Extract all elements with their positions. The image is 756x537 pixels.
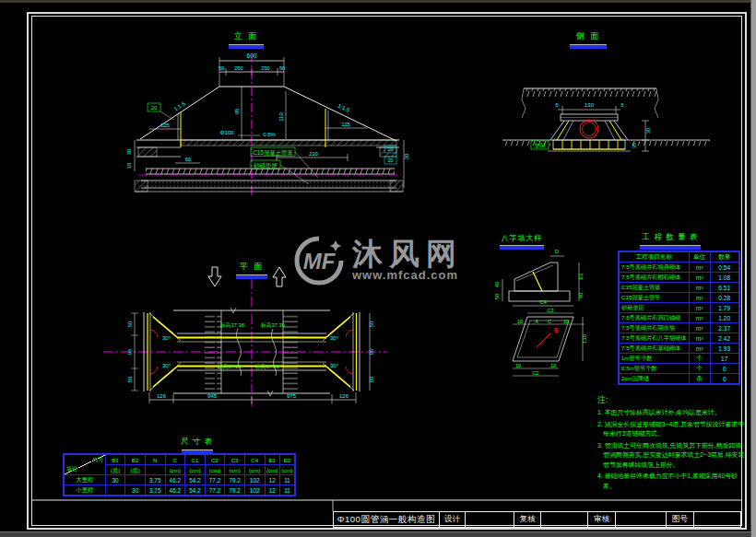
flow-arrow-up-icon xyxy=(273,267,286,286)
dim-sub: 50 xyxy=(219,65,224,71)
skew-angle: 30° xyxy=(330,363,339,368)
watermark: MF 沐风网 www.mfcad.com xyxy=(293,232,487,289)
mfcad-logo-icon: MF xyxy=(293,235,345,286)
wingwall-title-group: 八字墙大样 xyxy=(500,233,544,250)
review-label: 审核 xyxy=(587,512,615,527)
detail-dim: E1 xyxy=(578,273,584,280)
grade-label: 0.5% xyxy=(263,132,276,137)
stake-label: 标高37.39 xyxy=(260,322,285,329)
watermark-site-url: www.mfcad.com xyxy=(352,268,463,282)
dim: 210 xyxy=(309,151,318,157)
elevation-title-group: 立 面 xyxy=(229,30,264,49)
slope-label: 1:1.5 xyxy=(337,103,351,114)
note-item: 1. 本图尺寸除标高以米计外,余均以厘米计。 xyxy=(603,408,747,418)
detail-dim: 10 xyxy=(517,319,523,324)
dim-box: 20 xyxy=(387,158,393,163)
dim: 30 xyxy=(404,154,409,159)
qty-table-title: 工 程 数 量 表 xyxy=(640,232,701,243)
detail-dim: 50 xyxy=(494,293,500,299)
notes-block: 注: 1. 本图尺寸除标高以米计外,余均以厘米计。 2. 涵洞全长按波形铺砌3~… xyxy=(597,394,747,493)
dim-title-group: 尺 寸 表 xyxy=(181,437,213,454)
dim: 945 xyxy=(207,393,218,399)
wingwall-title: 八字墙大样 xyxy=(500,233,544,243)
detail-dim: C xyxy=(548,319,551,324)
dim-sub: 250 xyxy=(261,65,269,71)
dim-height: 95 xyxy=(234,108,240,114)
cap-label: 20 xyxy=(151,105,157,111)
elevation-title-underline xyxy=(229,44,264,49)
recheck-label: 复核 xyxy=(514,512,540,527)
detail-dim: 10 xyxy=(515,363,521,368)
recheck-value-cell xyxy=(540,512,587,527)
detail-dim: C2 xyxy=(532,370,538,376)
drawing-no-label: 图号 xyxy=(666,512,693,527)
detail-dim: 130 xyxy=(582,333,587,344)
dim: 30 xyxy=(126,149,132,155)
drawing-no-value-cell xyxy=(693,512,740,527)
cad-drawing-canvas: 600 50 250 250 50 1:1.5 1:1.5 95 110 xyxy=(0,0,756,537)
stake-label: 标高37.29 xyxy=(254,364,279,370)
callout-cushion: 砂砾垫层 xyxy=(254,162,278,169)
elevation-title: 立 面 xyxy=(229,30,264,42)
dim: 50 xyxy=(127,377,133,382)
dim: 50 xyxy=(127,321,133,327)
side-view: 130 5 5 xyxy=(502,88,710,151)
dim: 50 xyxy=(369,377,374,382)
qty-title-group: 工 程 数 量 表 xyxy=(640,232,701,250)
dim-title-underline xyxy=(182,449,213,454)
drawing-title: Φ100圆管涵一般构造图 xyxy=(334,512,439,527)
dim: 30 xyxy=(645,128,651,134)
side-title: 侧 面 xyxy=(570,30,607,42)
note-item: 3. 管顶填土可分两次填筑,先填筑其下部分,然后回填管涵两侧夯实,密实度达到要求… xyxy=(603,441,747,471)
dim: 975 xyxy=(287,393,297,399)
title-block: Φ100圆管涵一般构造图 设计 复核 审核 图号 xyxy=(333,511,741,528)
dim: 10 xyxy=(126,163,132,169)
note-item: 4. 基础地基容许承载力应不小于1,浆砌采用40号砂浆。 xyxy=(603,472,747,491)
logo-text: MF xyxy=(303,249,337,274)
flow-arrow-down-icon xyxy=(208,267,221,286)
plan-title-underline xyxy=(236,274,267,279)
dim: 96 xyxy=(127,349,133,355)
detail-dim: 40 xyxy=(578,292,584,298)
dim-sub: 50 xyxy=(279,65,285,71)
pipe-diameter-label: Φ100 xyxy=(220,130,234,135)
dim: 50 xyxy=(369,321,374,327)
note-item: 2. 涵洞全长按波形铺砌3~4道,其余管节按设计要求中每米行3道铺砌方式。 xyxy=(603,420,747,439)
dim: 96 xyxy=(369,349,374,355)
dim: 35 xyxy=(632,143,637,148)
dim: 125 xyxy=(341,122,350,127)
dim: 125 xyxy=(160,123,170,128)
qty-title-underline xyxy=(640,245,701,250)
detail-dim: D xyxy=(555,249,560,254)
dim: 126 xyxy=(157,393,167,399)
side-title-underline xyxy=(570,44,607,49)
detail-dim: 40 xyxy=(494,281,500,287)
design-value-cell xyxy=(465,512,514,527)
detail-dim-red: B xyxy=(554,327,558,333)
skew-angle: 30° xyxy=(162,335,171,341)
plan-title: 平 面 xyxy=(236,261,267,273)
dim-table-title: 尺 寸 表 xyxy=(181,437,213,448)
elevation-view: 600 50 250 250 50 1:1.5 1:1.5 95 110 xyxy=(126,53,409,198)
plan-title-group: 平 面 xyxy=(236,261,267,279)
detail-dim: C3 xyxy=(547,308,553,313)
design-label: 设计 xyxy=(439,512,465,527)
side-title-group: 侧 面 xyxy=(570,30,607,49)
dim-box: 20 xyxy=(387,146,393,152)
detail-dim: 10 xyxy=(550,363,556,368)
wingwall-detail: D E1 40 40 50 B C4 C3 10 A C 10 130 10 xyxy=(494,249,587,376)
stake-label: 标高37.29 xyxy=(217,364,242,370)
watermark-site-name: 沐风网 xyxy=(352,240,463,268)
detail-dim: A xyxy=(535,319,538,324)
dim-sub: 250 xyxy=(234,65,242,71)
stake-label: 标高37.38 xyxy=(219,322,244,329)
skew-angle: 30° xyxy=(330,335,339,341)
dim: 130 xyxy=(585,102,595,108)
slope-label: 1:1.5 xyxy=(173,100,187,112)
notes-heading: 注: xyxy=(597,394,747,406)
dim-height: 110 xyxy=(278,112,284,122)
callout-cushion: 垫层 xyxy=(535,143,546,148)
detail-dim: C4 xyxy=(539,299,547,305)
dim: 126 xyxy=(339,393,349,399)
dim: 60 xyxy=(185,157,191,162)
